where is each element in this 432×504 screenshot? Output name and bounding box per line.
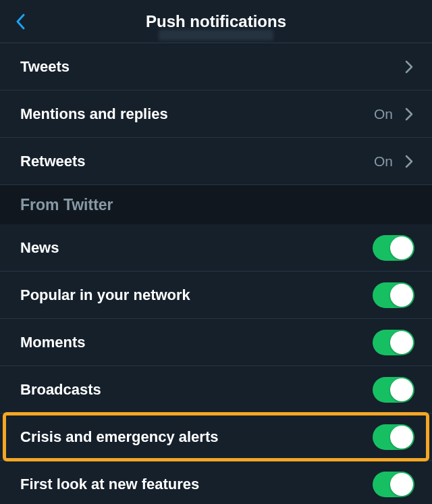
toggle-knob: [390, 331, 413, 354]
toggle-knob: [390, 284, 413, 307]
toggle-knob: [390, 236, 413, 259]
section-label: From Twitter: [20, 196, 113, 214]
row-value: On: [374, 106, 393, 122]
toggle-crisis[interactable]: [373, 424, 414, 450]
page-title: Push notifications: [146, 12, 286, 31]
toggle-moments[interactable]: [373, 330, 414, 355]
chevron-right-icon: [405, 107, 413, 121]
toggle-popular[interactable]: [373, 282, 414, 308]
toggle-knob: [390, 378, 413, 401]
toggle-label: Crisis and emergency alerts: [20, 428, 373, 446]
row-popular: Popular in your network: [0, 272, 432, 319]
row-retweets[interactable]: Retweets On: [0, 138, 432, 185]
row-label: Tweets: [20, 58, 405, 76]
toggle-label: First look at new features: [20, 476, 373, 493]
toggle-label: Broadcasts: [20, 381, 373, 399]
toggle-broadcasts[interactable]: [373, 377, 414, 403]
toggle-news[interactable]: [373, 235, 414, 261]
chevron-right-icon: [405, 60, 413, 74]
subtitle-redacted: [159, 30, 273, 41]
toggle-label: News: [20, 239, 373, 257]
row-broadcasts: Broadcasts: [0, 366, 432, 413]
row-first-look: First look at new features: [0, 461, 432, 504]
chevron-left-icon: [16, 14, 25, 30]
row-moments: Moments: [0, 319, 432, 366]
row-value: On: [374, 153, 393, 170]
row-mentions[interactable]: Mentions and replies On: [0, 91, 432, 138]
header: Push notifications: [0, 0, 432, 43]
toggle-label: Popular in your network: [20, 286, 373, 304]
row-label: Mentions and replies: [20, 105, 374, 123]
settings-list: Tweets Mentions and replies On Retweets …: [0, 43, 432, 504]
row-crisis: Crisis and emergency alerts: [0, 413, 432, 461]
toggle-first-look[interactable]: [373, 472, 414, 497]
chevron-right-icon: [405, 155, 413, 168]
toggle-label: Moments: [20, 334, 373, 351]
row-tweets[interactable]: Tweets: [0, 43, 432, 91]
toggle-knob: [390, 426, 413, 449]
row-label: Retweets: [20, 153, 374, 170]
back-button[interactable]: [14, 11, 27, 32]
row-news: News: [0, 224, 432, 272]
toggle-knob: [390, 473, 413, 496]
section-header-from-twitter: From Twitter: [0, 185, 432, 224]
